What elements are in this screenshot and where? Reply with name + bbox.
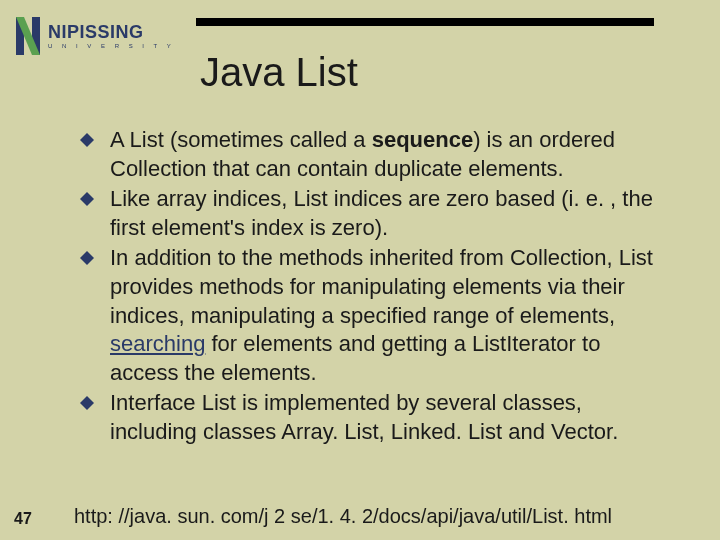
list-item: Like array indices, List indices are zer… <box>80 185 670 242</box>
svg-marker-6 <box>80 396 94 410</box>
slide-title: Java List <box>200 50 358 95</box>
bullet-list: A List (sometimes called a sequence) is … <box>80 126 670 449</box>
logo-text: NIPISSING U N I V E R S I T Y <box>48 23 175 49</box>
bullet-text: A List (sometimes called a sequence) is … <box>110 126 670 183</box>
searching-link[interactable]: searching <box>110 331 205 356</box>
svg-marker-5 <box>80 251 94 265</box>
slide-number: 47 <box>14 510 32 528</box>
logo-sub: U N I V E R S I T Y <box>48 43 175 49</box>
diamond-bullet-icon <box>80 192 100 206</box>
bullet-text: Interface List is implemented by several… <box>110 389 670 446</box>
diamond-bullet-icon <box>80 396 100 410</box>
diamond-bullet-icon <box>80 133 100 147</box>
list-item: Interface List is implemented by several… <box>80 389 670 446</box>
logo-mark-icon <box>14 13 42 59</box>
list-item: A List (sometimes called a sequence) is … <box>80 126 670 183</box>
logo-main: NIPISSING <box>48 23 175 41</box>
bullet-text: Like array indices, List indices are zer… <box>110 185 670 242</box>
logo: NIPISSING U N I V E R S I T Y <box>14 8 184 64</box>
footer-url: http: //java. sun. com/j 2 se/1. 4. 2/do… <box>74 505 612 528</box>
list-item: In addition to the methods inherited fro… <box>80 244 670 387</box>
title-rule <box>196 18 654 26</box>
diamond-bullet-icon <box>80 251 100 265</box>
bullet-text: In addition to the methods inherited fro… <box>110 244 670 387</box>
svg-marker-3 <box>80 133 94 147</box>
svg-marker-4 <box>80 192 94 206</box>
